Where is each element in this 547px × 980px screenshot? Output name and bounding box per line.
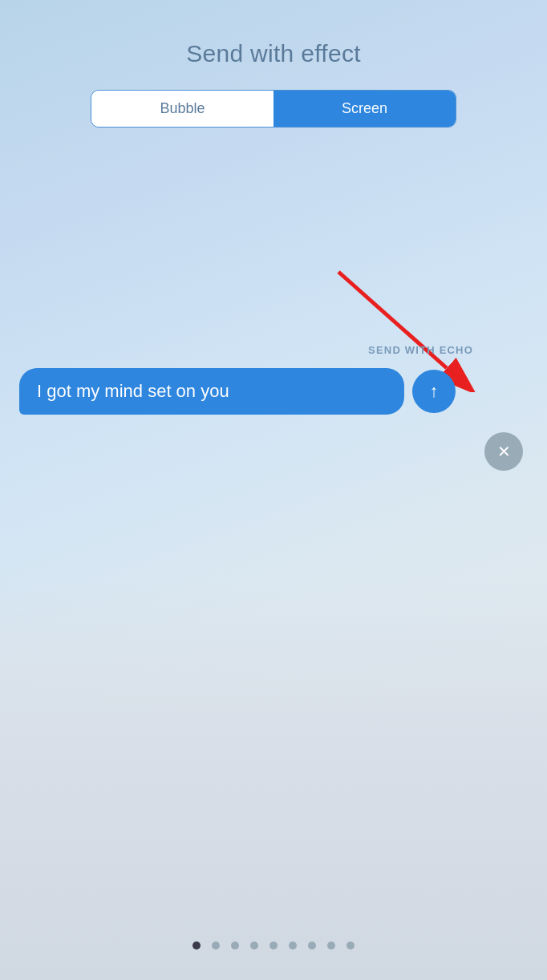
tab-bar: Bubble Screen [91, 90, 456, 128]
send-arrow-icon: ↑ [430, 381, 439, 402]
dot-7[interactable] [308, 942, 316, 950]
send-button[interactable]: ↑ [412, 370, 456, 413]
dot-3[interactable] [231, 942, 239, 950]
lower-area [0, 579, 547, 980]
echo-label: SEND WITH ECHO [368, 344, 473, 356]
dot-4[interactable] [250, 942, 258, 950]
preview-area: SEND WITH ECHO I got my mind set on you … [0, 128, 547, 980]
dot-5[interactable] [269, 942, 278, 950]
message-bubble: I got my mind set on you [19, 368, 404, 415]
dot-8[interactable] [327, 942, 335, 950]
tab-screen[interactable]: Screen [274, 91, 456, 127]
message-row: I got my mind set on you ↑ [0, 368, 547, 415]
page-dots [192, 942, 355, 950]
dot-1[interactable] [192, 942, 201, 950]
page-title: Send with effect [186, 40, 361, 67]
dot-9[interactable] [346, 942, 355, 950]
tab-bubble[interactable]: Bubble [91, 91, 274, 127]
dot-2[interactable] [212, 942, 220, 950]
close-button[interactable]: ✕ [484, 432, 523, 471]
main-container: Send with effect Bubble Screen SEND WITH… [0, 0, 547, 980]
dot-6[interactable] [289, 942, 297, 950]
close-icon: ✕ [497, 443, 511, 460]
